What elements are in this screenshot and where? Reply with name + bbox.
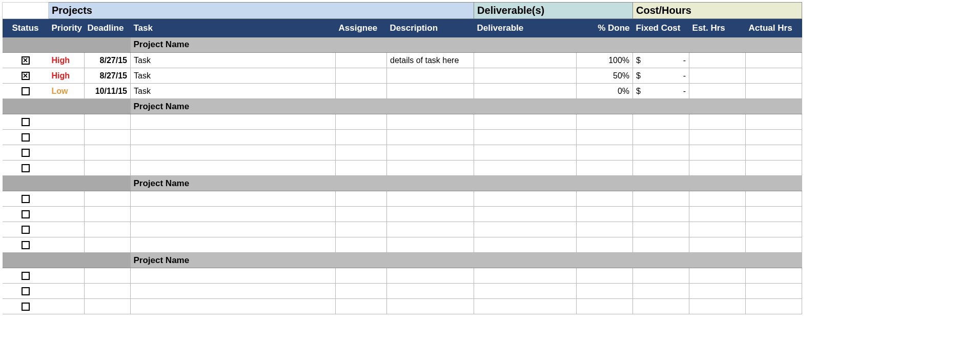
status-checkbox-icon[interactable] xyxy=(22,164,30,172)
status-cell[interactable] xyxy=(3,145,49,161)
status-checkbox-icon[interactable] xyxy=(22,210,30,218)
status-cell[interactable]: ✕ xyxy=(3,68,49,84)
priority-cell[interactable] xyxy=(49,161,85,176)
description-cell[interactable] xyxy=(387,84,474,99)
actual-hrs-cell[interactable] xyxy=(746,145,802,161)
pct-done-cell[interactable] xyxy=(577,222,633,237)
description-cell[interactable] xyxy=(387,161,474,176)
fixed-cost-cell[interactable]: $- xyxy=(633,68,689,84)
priority-cell[interactable] xyxy=(49,237,85,253)
deliverable-cell[interactable] xyxy=(474,299,577,314)
actual-hrs-cell[interactable] xyxy=(746,161,802,176)
status-cell[interactable] xyxy=(3,191,49,207)
status-cell[interactable] xyxy=(3,84,49,99)
status-cell[interactable] xyxy=(3,284,49,299)
description-cell[interactable] xyxy=(387,68,474,84)
actual-hrs-cell[interactable] xyxy=(746,84,802,99)
task-cell[interactable] xyxy=(131,268,336,284)
pct-done-cell[interactable]: 50% xyxy=(577,68,633,84)
pct-done-cell[interactable] xyxy=(577,207,633,222)
assignee-cell[interactable] xyxy=(336,114,387,130)
status-checkbox-icon[interactable]: ✕ xyxy=(22,56,30,65)
fixed-cost-cell[interactable] xyxy=(633,268,689,284)
description-cell[interactable] xyxy=(387,191,474,207)
actual-hrs-cell[interactable] xyxy=(746,207,802,222)
project-name-cell[interactable]: Project Name xyxy=(131,99,336,114)
pct-done-cell[interactable] xyxy=(577,114,633,130)
pct-done-cell[interactable]: 0% xyxy=(577,84,633,99)
deadline-cell[interactable] xyxy=(85,222,131,237)
status-cell[interactable]: ✕ xyxy=(3,53,49,68)
est-hrs-cell[interactable] xyxy=(689,145,746,161)
status-checkbox-icon[interactable] xyxy=(22,133,30,142)
priority-cell[interactable] xyxy=(49,207,85,222)
priority-cell[interactable] xyxy=(49,114,85,130)
deadline-cell[interactable] xyxy=(85,299,131,314)
priority-cell[interactable] xyxy=(49,222,85,237)
actual-hrs-cell[interactable] xyxy=(746,237,802,253)
fixed-cost-cell[interactable] xyxy=(633,299,689,314)
pct-done-cell[interactable] xyxy=(577,145,633,161)
project-name-cell[interactable]: Project Name xyxy=(131,253,336,268)
deadline-cell[interactable]: 10/11/15 xyxy=(85,84,131,99)
task-cell[interactable] xyxy=(131,130,336,145)
fixed-cost-cell[interactable] xyxy=(633,237,689,253)
priority-cell[interactable] xyxy=(49,299,85,314)
actual-hrs-cell[interactable] xyxy=(746,284,802,299)
pct-done-cell[interactable] xyxy=(577,268,633,284)
project-name-cell[interactable]: Project Name xyxy=(131,37,336,53)
status-cell[interactable] xyxy=(3,222,49,237)
deadline-cell[interactable] xyxy=(85,268,131,284)
deliverable-cell[interactable] xyxy=(474,284,577,299)
est-hrs-cell[interactable] xyxy=(689,299,746,314)
priority-cell[interactable] xyxy=(49,191,85,207)
task-cell[interactable] xyxy=(131,191,336,207)
description-cell[interactable] xyxy=(387,145,474,161)
project-tracker-table[interactable]: Projects Deliverable(s) Cost/Hours Statu… xyxy=(2,2,802,314)
assignee-cell[interactable] xyxy=(336,145,387,161)
deliverable-cell[interactable] xyxy=(474,237,577,253)
pct-done-cell[interactable] xyxy=(577,161,633,176)
assignee-cell[interactable] xyxy=(336,68,387,84)
status-checkbox-icon[interactable] xyxy=(22,272,30,280)
actual-hrs-cell[interactable] xyxy=(746,268,802,284)
pct-done-cell[interactable] xyxy=(577,299,633,314)
assignee-cell[interactable] xyxy=(336,268,387,284)
est-hrs-cell[interactable] xyxy=(689,68,746,84)
assignee-cell[interactable] xyxy=(336,53,387,68)
deadline-cell[interactable] xyxy=(85,207,131,222)
project-name-cell[interactable]: Project Name xyxy=(131,176,336,191)
status-cell[interactable] xyxy=(3,114,49,130)
status-checkbox-icon[interactable] xyxy=(22,149,30,157)
assignee-cell[interactable] xyxy=(336,161,387,176)
task-cell[interactable] xyxy=(131,299,336,314)
fixed-cost-cell[interactable] xyxy=(633,130,689,145)
deliverable-cell[interactable] xyxy=(474,222,577,237)
assignee-cell[interactable] xyxy=(336,84,387,99)
deliverable-cell[interactable] xyxy=(474,53,577,68)
assignee-cell[interactable] xyxy=(336,207,387,222)
fixed-cost-cell[interactable]: $- xyxy=(633,84,689,99)
status-cell[interactable] xyxy=(3,299,49,314)
status-checkbox-icon[interactable] xyxy=(22,195,30,203)
deadline-cell[interactable] xyxy=(85,130,131,145)
deliverable-cell[interactable] xyxy=(474,191,577,207)
fixed-cost-cell[interactable] xyxy=(633,191,689,207)
assignee-cell[interactable] xyxy=(336,130,387,145)
description-cell[interactable] xyxy=(387,114,474,130)
fixed-cost-cell[interactable] xyxy=(633,207,689,222)
priority-cell[interactable] xyxy=(49,145,85,161)
status-cell[interactable] xyxy=(3,237,49,253)
pct-done-cell[interactable]: 100% xyxy=(577,53,633,68)
est-hrs-cell[interactable] xyxy=(689,268,746,284)
deliverable-cell[interactable] xyxy=(474,68,577,84)
deliverable-cell[interactable] xyxy=(474,161,577,176)
status-checkbox-icon[interactable]: ✕ xyxy=(22,72,30,80)
est-hrs-cell[interactable] xyxy=(689,207,746,222)
deadline-cell[interactable] xyxy=(85,161,131,176)
assignee-cell[interactable] xyxy=(336,191,387,207)
task-cell[interactable] xyxy=(131,237,336,253)
status-cell[interactable] xyxy=(3,161,49,176)
fixed-cost-cell[interactable]: $- xyxy=(633,53,689,68)
priority-cell[interactable]: High xyxy=(49,53,85,68)
